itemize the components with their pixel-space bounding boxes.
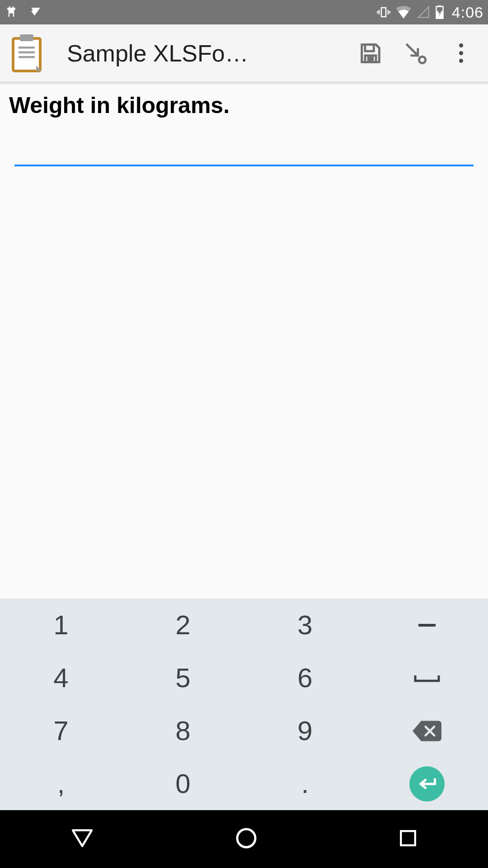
overflow-menu-button[interactable] <box>445 37 477 70</box>
key-2[interactable]: 2 <box>122 599 244 651</box>
vibrate-icon <box>377 5 390 19</box>
svg-rect-14 <box>19 56 35 58</box>
key-space[interactable] <box>366 651 488 704</box>
key-1[interactable]: 1 <box>0 599 122 651</box>
goto-button[interactable] <box>399 37 432 70</box>
nav-back-button[interactable] <box>70 829 94 849</box>
svg-rect-15 <box>365 44 374 51</box>
question-prompt: Weight in kilograms. <box>9 92 479 118</box>
key-8[interactable]: 8 <box>122 704 244 757</box>
battery-charging-icon <box>436 5 444 19</box>
key-comma[interactable]: , <box>0 757 122 810</box>
key-4[interactable]: 4 <box>0 651 122 704</box>
app-icon-clipboard <box>7 34 46 73</box>
svg-rect-22 <box>401 831 415 845</box>
wifi-icon <box>396 6 411 19</box>
android-navbar <box>0 810 488 868</box>
svg-point-21 <box>237 829 255 847</box>
key-5[interactable]: 5 <box>122 651 244 704</box>
key-0[interactable]: 0 <box>122 757 244 810</box>
app-toolbar: Sample XLSFo… <box>0 24 488 82</box>
key-6[interactable]: 6 <box>244 651 366 704</box>
key-enter[interactable] <box>366 757 488 810</box>
weight-input[interactable] <box>14 132 474 166</box>
key-minus[interactable] <box>366 599 488 651</box>
svg-rect-20 <box>418 624 436 627</box>
key-9[interactable]: 9 <box>244 704 366 757</box>
svg-rect-2 <box>381 8 386 17</box>
checkmark-notification-icon <box>29 5 42 19</box>
svg-rect-8 <box>438 5 441 7</box>
svg-rect-13 <box>19 51 35 53</box>
nav-recent-button[interactable] <box>399 829 418 849</box>
svg-rect-12 <box>19 47 35 49</box>
content-area: Weight in kilograms. <box>0 82 488 176</box>
cell-signal-icon <box>417 6 430 19</box>
key-period[interactable]: . <box>244 757 366 810</box>
key-3[interactable]: 3 <box>244 599 366 651</box>
statusbar-clock: 4:06 <box>452 4 483 21</box>
nav-home-button[interactable] <box>235 827 257 851</box>
svg-rect-11 <box>20 34 33 41</box>
key-backspace[interactable] <box>366 704 488 757</box>
save-button[interactable] <box>354 37 387 70</box>
app-title: Sample XLSFo… <box>67 40 342 67</box>
key-7[interactable]: 7 <box>0 704 122 757</box>
debug-icon <box>5 5 18 19</box>
android-statusbar: 4:06 <box>0 0 488 24</box>
svg-point-19 <box>419 57 426 63</box>
svg-point-1 <box>12 6 14 8</box>
svg-point-0 <box>9 6 10 8</box>
numeric-keyboard: 1 2 3 4 5 6 7 8 9 , 0 . <box>0 599 488 810</box>
